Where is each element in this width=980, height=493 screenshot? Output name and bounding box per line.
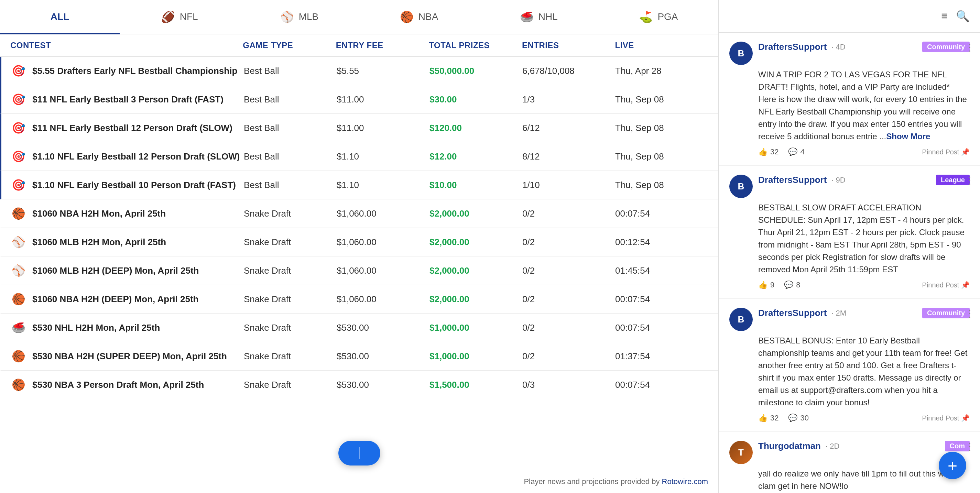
show-more-link[interactable]: Show More [886,132,930,141]
game-type-cell: Snake Draft [244,208,337,219]
likes-reaction[interactable]: 👍9 [758,280,774,289]
contest-sport-icon: ⚾ [12,264,25,277]
table-row[interactable]: ⚾$1060 MLB H2H (DEEP) Mon, April 25thSna… [0,256,718,285]
contest-sport-icon: 🏀 [12,207,25,220]
avatar: T [729,441,753,464]
table-row[interactable]: 🏀$1060 NBA H2H Mon, April 25thSnake Draf… [0,199,718,228]
post-author[interactable]: DraftersSupport [758,41,827,52]
feed-post-post1: BDraftersSupport· 4DCommunity⋮WIN A TRIP… [719,33,980,166]
header-entry-fee: Entry Fee [336,41,429,50]
sport-tabs: ALL🏈NFL⚾MLB🏀NBA🥌NHL⛳PGA [0,0,718,34]
contest-cell: 🏀$1060 NBA H2H (DEEP) Mon, April 25th [12,293,244,305]
live-cell: Thu, Sep 08 [615,94,708,105]
table-row[interactable]: 🏀$530 NBA 3 Person Draft Mon, April 25th… [0,371,718,399]
post-badge: Community [922,308,970,318]
post-body: WIN A TRIP FOR 2 TO LAS VEGAS FOR THE NF… [758,68,970,143]
contest-sport-icon: 🎯 [12,121,25,134]
contest-cell: 🎯$1.10 NFL Early Bestball 10 Person Draf… [12,178,244,191]
table-row[interactable]: ⚾$1060 MLB H2H Mon, April 25thSnake Draf… [0,228,718,256]
tab-nhl[interactable]: 🥌NHL [479,1,599,34]
contest-sport-icon: 🎯 [12,178,25,191]
entry-fee-cell: $11.00 [337,123,430,134]
post-more-icon[interactable]: ⋮ [965,41,975,53]
entries-cell: 6,678/10,008 [522,66,615,76]
table-row[interactable]: 🏀$530 NBA H2H (SUPER DEEP) Mon, April 25… [0,342,718,371]
table-row[interactable]: 🎯$11 NFL Early Bestball 12 Person Draft … [0,114,718,142]
tab-nba-label: NBA [418,11,438,22]
contest-sport-icon: 🎯 [12,93,25,106]
feed-post-post2: BDraftersSupport· 9DLeague⋮BESTBALL SLOW… [719,166,980,299]
avatar: B [729,308,753,331]
comments-reaction[interactable]: 💬30 [788,413,808,423]
tab-nba[interactable]: 🏀NBA [360,1,479,34]
pga-icon: ⛳ [639,10,653,23]
post-meta: Thurgodatman· 2DCom [758,441,970,452]
menu-icon[interactable]: ≡ [941,10,948,23]
game-type-cell: Snake Draft [244,380,337,390]
feed-post-post3: BDraftersSupport· 2MCommunity⋮BESTBALL B… [719,299,980,432]
table-row[interactable]: 🎯$1.10 NFL Early Bestball 12 Person Draf… [0,142,718,171]
post-time: · 9D [832,176,845,184]
tab-nfl-label: NFL [180,11,198,22]
tab-all[interactable]: ALL [0,1,120,34]
game-type-cell: Best Ball [244,180,337,191]
post-time: · 4D [832,43,845,52]
table-row[interactable]: 🥌$530 NHL H2H Mon, April 25thSnake Draft… [0,313,718,342]
tab-mlb-label: MLB [299,11,319,22]
compose-button[interactable]: + [939,452,966,479]
contest-cell: 🏀$1060 NBA H2H Mon, April 25th [12,207,244,220]
entry-fee-cell: $530.00 [337,323,430,333]
contest-cell: 🎯$11 NFL Early Bestball 3 Person Draft (… [12,93,244,106]
floating-action-bar [338,441,380,466]
post-author[interactable]: DraftersSupport [758,175,827,185]
search-icon[interactable]: 🔍 [956,10,970,23]
post-author[interactable]: DraftersSupport [758,308,827,318]
total-prizes-cell: $1,000.00 [430,323,522,333]
feed-header: ≡ 🔍 [719,0,980,33]
tab-nfl[interactable]: 🏈NFL [120,1,239,34]
contest-name: $530 NBA H2H (SUPER DEEP) Mon, April 25t… [32,351,227,362]
likes-reaction[interactable]: 👍32 [758,413,778,423]
total-prizes-cell: $120.00 [430,123,522,134]
contest-sport-icon: 🏀 [12,350,25,363]
likes-reaction[interactable]: 👍32 [758,148,778,156]
entries-cell: 0/2 [522,266,615,276]
table-row[interactable]: 🎯$1.10 NFL Early Bestball 10 Person Draf… [0,171,718,199]
post-more-icon[interactable]: ⋮ [965,308,975,319]
post-more-icon[interactable]: ⋮ [965,441,975,452]
tab-pga[interactable]: ⛳PGA [599,1,718,34]
post-author[interactable]: Thurgodatman [758,441,821,452]
game-type-cell: Snake Draft [244,237,337,248]
post-author-row: DraftersSupport· 4DCommunity [758,41,970,52]
live-cell: Thu, Sep 08 [615,151,708,162]
entries-cell: 0/2 [522,294,615,305]
entry-fee-cell: $1,060.00 [337,237,430,248]
comments-reaction[interactable]: 💬8 [784,280,800,289]
rotowire-link[interactable]: Rotowire.com [662,477,708,486]
total-prizes-cell: $50,000.00 [430,66,522,76]
game-type-cell: Best Ball [244,94,337,105]
post-more-icon[interactable]: ⋮ [965,175,975,186]
comments-reaction[interactable]: 💬4 [788,148,804,156]
game-type-cell: Snake Draft [244,266,337,276]
like-count: 9 [770,280,774,289]
game-type-cell: Snake Draft [244,323,337,333]
tab-pga-label: PGA [657,11,678,22]
post-top: TThurgodatman· 2DCom [729,441,970,464]
post-author-row: DraftersSupport· 9DLeague [758,175,970,185]
entry-fee-cell: $1,060.00 [337,294,430,305]
table-row[interactable]: 🏀$1060 NBA H2H (DEEP) Mon, April 25thSna… [0,285,718,313]
entry-fee-cell: $530.00 [337,380,430,390]
header-total-prizes: Total Prizes [429,41,522,50]
header-game-type: Game Type [243,41,336,50]
tab-mlb[interactable]: ⚾MLB [239,1,359,34]
total-prizes-cell: $2,000.00 [430,208,522,219]
mlb-icon: ⚾ [280,10,294,23]
contest-cell: 🏀$530 NBA H2H (SUPER DEEP) Mon, April 25… [12,350,244,363]
table-row[interactable]: 🎯$5.55 Drafters Early NFL Bestball Champ… [0,57,718,85]
pinned-label: Pinned Post 📌 [922,281,970,289]
comment-icon: 💬 [784,280,793,289]
total-prizes-cell: $12.00 [430,151,522,162]
post-author-row: DraftersSupport· 2MCommunity [758,308,970,318]
table-row[interactable]: 🎯$11 NFL Early Bestball 3 Person Draft (… [0,85,718,114]
